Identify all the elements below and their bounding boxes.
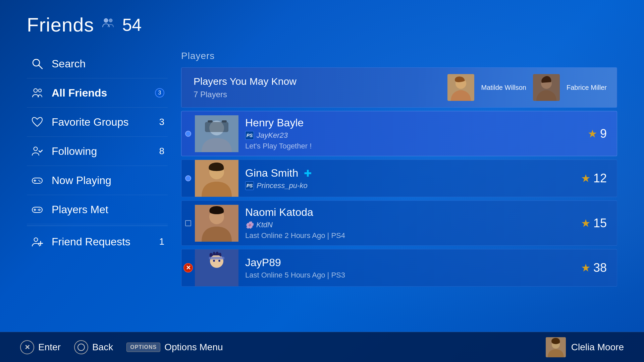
section-title: Players (181, 51, 215, 61)
star-icon: ★ (588, 127, 597, 140)
all-friends-badge: 3 (155, 88, 164, 98)
options-action: OPTIONS Options Menu (126, 342, 223, 353)
jayp-star-count: 38 (593, 261, 607, 275)
svg-point-18 (40, 209, 41, 210)
svg-point-11 (40, 181, 41, 182)
user-name: Clelia Moore (571, 342, 624, 353)
naomi-stars: ★ 15 (581, 216, 617, 230)
section-header: Players (181, 46, 617, 64)
ps-plus-icon: ✚ (304, 168, 312, 179)
naomi-psn-row: 🌸 KtdN (245, 221, 574, 229)
sidebar-item-friend-requests-label: Friend Requests (52, 236, 152, 248)
banner-person-2-name: Fabrice Miller (567, 84, 607, 92)
friend-requests-badge: 1 (159, 236, 164, 247)
favorite-groups-badge: 3 (159, 117, 164, 127)
jayp-info: JayP89 Last Online 5 Hours Ago | PS3 (238, 251, 581, 285)
svg-line-3 (39, 65, 42, 69)
bottom-bar: ✕ Enter Back OPTIONS Options Menu (0, 332, 644, 362)
content-area: Players Players You May Know 7 Players (181, 46, 617, 332)
friends-count: 54 (122, 15, 142, 35)
gina-psn: Princess_pu-ko (257, 181, 308, 190)
back-action: Back (74, 340, 113, 354)
henry-stars: ★ 9 (588, 127, 617, 141)
gina-stars: ★ 12 (581, 171, 617, 185)
dot-red: ✕ (183, 263, 193, 273)
svg-point-10 (39, 180, 40, 181)
all-friends-icon (30, 86, 44, 100)
gina-star-count: 12 (593, 171, 607, 185)
page-title: Friends (27, 13, 94, 36)
banner-people: Matilde Willson Fabrice Miller (416, 68, 617, 107)
following-icon (30, 144, 44, 158)
svg-point-19 (34, 238, 38, 242)
sidebar-item-search[interactable]: Search (27, 49, 168, 78)
svg-point-39 (214, 260, 215, 261)
naomi-name: Naomi Katoda (245, 206, 574, 219)
star-icon-naomi: ★ (581, 217, 591, 230)
sidebar-item-following-label: Following (52, 145, 152, 158)
gina-avatar (195, 160, 238, 197)
sidebar-item-all-friends[interactable]: All Friends 3 (27, 78, 168, 108)
back-label: Back (92, 342, 113, 353)
jayp-avatar (195, 249, 238, 286)
svg-rect-41 (209, 257, 224, 259)
friends-icon (101, 16, 115, 34)
naomi-psn-emoji: 🌸 (245, 221, 254, 229)
henry-status: Let's Play Together ! (245, 142, 581, 150)
search-icon (30, 57, 44, 71)
friend-item-henry[interactable]: Henry Bayle PS JayKer23 Let's Play Toget… (181, 111, 617, 156)
gina-psn-row: PS Princess_pu-ko (245, 181, 574, 190)
sidebar-item-players-met[interactable]: Players Met (27, 195, 168, 224)
add-friend-icon (30, 235, 44, 249)
sidebar-item-now-playing-label: Now Playing (52, 174, 164, 187)
svg-point-16 (39, 210, 40, 211)
gina-psn-badge: PS (245, 181, 254, 190)
sidebar-item-all-friends-label: All Friends (52, 87, 148, 99)
sidebar-item-friend-requests[interactable]: Friend Requests 1 (27, 227, 168, 256)
options-label: Options Menu (164, 342, 223, 353)
svg-point-17 (38, 209, 39, 210)
jayp-status: Last Online 5 Hours Ago | PS3 (245, 271, 574, 280)
henry-avatar (195, 115, 238, 152)
banner-person-2: Fabrice Miller (533, 74, 607, 101)
svg-rect-29 (208, 120, 213, 122)
banner-avatar-2 (533, 74, 560, 101)
svg-point-1 (109, 19, 112, 22)
sidebar-item-search-label: Search (52, 58, 164, 70)
svg-point-4 (34, 89, 38, 93)
circle-button[interactable] (74, 340, 88, 354)
sidebar: Search All Friends 3 (27, 46, 168, 332)
friend-item-gina[interactable]: Gina Smith ✚ PS Princess_pu-ko ★ 12 (181, 160, 617, 197)
gina-name: Gina Smith ✚ (245, 167, 574, 179)
players-met-icon (30, 202, 44, 217)
players-you-may-know-banner[interactable]: Players You May Know 7 Players (181, 67, 617, 108)
svg-point-6 (34, 147, 38, 151)
henry-info: Henry Bayle PS JayKer23 Let's Play Toget… (238, 111, 588, 156)
banner-person-1-name: Matilde Willson (481, 84, 526, 92)
henry-indicator (181, 111, 195, 156)
henry-psn-row: PS JayKer23 (245, 131, 581, 140)
svg-rect-28 (205, 122, 228, 132)
x-button[interactable]: ✕ (20, 340, 34, 354)
sidebar-item-players-met-label: Players Met (52, 203, 164, 216)
banner-title: Players You May Know (194, 76, 297, 87)
svg-point-5 (39, 89, 42, 92)
user-avatar (546, 337, 566, 357)
options-button[interactable]: OPTIONS (126, 343, 160, 352)
naomi-status: Last Online 2 Hours Ago | PS4 (245, 231, 574, 240)
friend-item-naomi[interactable]: Naomi Katoda 🌸 KtdN Last Online 2 Hours … (181, 200, 617, 246)
sidebar-item-favorite-groups[interactable]: Favorite Groups 3 (27, 108, 168, 137)
star-icon-jayp: ★ (581, 261, 591, 274)
sidebar-item-now-playing[interactable]: Now Playing (27, 166, 168, 195)
naomi-indicator (181, 201, 195, 245)
sidebar-item-following[interactable]: Following 8 (27, 137, 168, 166)
naomi-star-count: 15 (593, 216, 607, 230)
friend-item-jayp[interactable]: ✕ (181, 249, 617, 287)
jayp-name: JayP89 (245, 256, 574, 269)
controller-icon (30, 173, 44, 187)
banner-avatar-1 (447, 74, 474, 101)
naomi-avatar (195, 205, 238, 242)
jayp-indicator: ✕ (181, 249, 195, 286)
current-user: Clelia Moore (546, 337, 624, 357)
star-icon-gina: ★ (581, 172, 591, 185)
